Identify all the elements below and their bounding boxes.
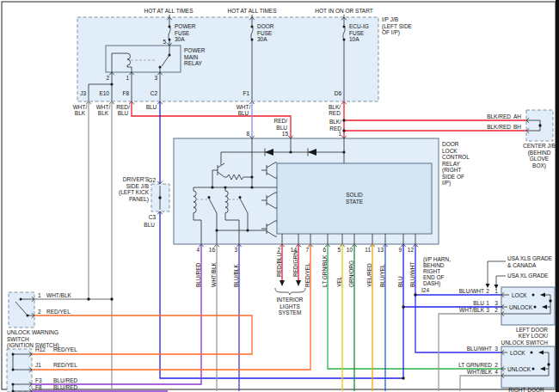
center-jb-label: CENTER J/B	[523, 143, 556, 149]
ip-jb-note: I/P J/B	[382, 16, 398, 22]
connector-i24: I24	[421, 287, 429, 293]
relay-label: LOCK	[442, 148, 458, 154]
wire-label-rot: LT GRN/BLK	[322, 254, 328, 287]
wire-label: BLU	[118, 110, 129, 116]
connector-f1: F1	[243, 90, 249, 96]
uws-box	[9, 292, 34, 328]
pin-number: 1	[494, 288, 498, 294]
pin-bh: BH	[513, 124, 521, 130]
wire-label: BLU/WHT	[467, 346, 492, 352]
wire-label: BLK/RED	[487, 124, 511, 130]
right-door-switch-label: RIGHT DOOR	[508, 387, 544, 392]
door-fuse-label: FUSE	[257, 30, 273, 36]
unlock-label: UNLOCK	[509, 304, 533, 310]
harn-label: RIGHT	[423, 268, 440, 274]
door-fuse-label: 30A	[257, 36, 267, 42]
harn-label: END OF	[423, 274, 445, 280]
pin-number: 2	[38, 309, 41, 315]
pmr-pin3: 3	[154, 75, 157, 81]
grade-label: & CANADA	[507, 262, 537, 268]
wire-label: BLK/	[329, 104, 341, 110]
pin-number: 2	[494, 362, 498, 368]
pmr-pin2: 2	[106, 75, 109, 81]
wire-label-blkred: BLK/	[329, 119, 341, 125]
pmr-label: POWER	[184, 47, 206, 53]
relay-label: CONTROL	[442, 154, 470, 160]
power-fuse-label: 30A	[175, 36, 185, 42]
ecu-ig-fuse-label: ECU-IG	[349, 23, 369, 29]
feed-label-hot1: HOT AT ALL TIMES	[144, 8, 194, 14]
pin-number: 13	[378, 247, 384, 253]
connector-f3: F3	[35, 377, 42, 383]
ecu-ig-fuse-label: FUSE	[349, 30, 365, 36]
connector-f8: F8	[122, 90, 129, 96]
wire-label: LT GRN/RED	[458, 362, 492, 368]
wire-label: BLK	[98, 110, 109, 116]
wire-label-rot: RED/YEL	[304, 263, 310, 287]
ecu-ig-fuse-label: 10A	[349, 36, 359, 42]
relay-label: DOOR	[442, 141, 459, 147]
wire-label-rot: BLU/BLK	[233, 264, 239, 287]
relay-label: SIDE OF	[442, 174, 464, 180]
door-fuse-label: DOOR	[257, 23, 274, 29]
connector-d6: D6	[335, 90, 342, 96]
page-edge-bar	[556, 0, 559, 392]
wire-label: WHT/BLK	[467, 369, 493, 375]
wire-label: BLU/RED	[53, 384, 77, 390]
relay-pin15: 15	[282, 131, 289, 137]
pin-number: 7	[305, 247, 309, 253]
wire-label: BLU/WHT	[459, 288, 484, 294]
pin-number: 11	[365, 247, 371, 253]
wire-label-rot: BLU/YEL	[379, 264, 385, 287]
wire-label: WHT/BLK	[46, 292, 72, 298]
pin-number: 12	[408, 247, 415, 253]
pin-number: 9	[398, 247, 402, 253]
pmr-label: RELAY	[184, 60, 202, 66]
relay-label: RELAY	[442, 161, 460, 167]
connector-g2: G2	[148, 177, 156, 183]
pmr-pin5: 5	[163, 39, 166, 45]
wire-label: RED	[329, 110, 341, 116]
wire-label-rot: BLU/RED	[195, 263, 201, 287]
left-door-switch-label: KEY LOCK/	[519, 333, 548, 339]
connector-h12: H12	[35, 346, 46, 352]
center-jb-label: GLOVE	[530, 156, 550, 162]
relay-pin1: 1	[338, 131, 341, 137]
drivers-jb-label: SIDE J/B	[126, 183, 149, 189]
ils-label: INTERIOR	[276, 297, 303, 303]
lock-label: LOCK	[510, 350, 525, 356]
grade-label: USA XLS GRADE	[507, 255, 553, 261]
wire-label: RED/YEL	[53, 346, 77, 352]
lljb-box	[7, 349, 32, 392]
pin-number: 2	[494, 307, 498, 313]
wire-label-rot: YEL/RED	[366, 263, 372, 287]
pin-number: 4	[196, 247, 200, 253]
wire-label-rot: YEL	[336, 276, 342, 287]
wire-label: WHT/BLK	[459, 307, 485, 313]
wire-label-redblu: RED/	[273, 118, 287, 124]
connector-c3: C3	[149, 214, 157, 220]
ils-label: SYSTEM	[279, 309, 302, 315]
uws-label: UNLOCK WARNING	[7, 329, 58, 335]
wire-label: BLK	[75, 110, 86, 116]
relay-pin8: 8	[246, 131, 249, 137]
pin-number: 5	[337, 247, 341, 253]
wire-label-rot: GRN/ORG	[348, 260, 354, 287]
wire-label: RED/YEL	[53, 362, 77, 368]
pin-number: 2	[486, 288, 489, 294]
lock-label: LOCK	[512, 292, 527, 298]
connector-e10: E10	[99, 90, 109, 96]
pin-number: 16	[209, 247, 216, 253]
wire-label-blu: BLU	[144, 222, 155, 228]
drivers-jb-label: PANEL)	[129, 196, 149, 203]
pin-ah: AH	[513, 113, 521, 119]
pin-number: 3	[486, 307, 489, 313]
pin-number: 10	[347, 247, 353, 253]
uws-label: SWITCH	[7, 336, 29, 342]
wire-label: BLK/RED	[487, 113, 511, 119]
wire-label-rot: BLU/WHT	[409, 262, 415, 287]
left-door-switch-label: LEFT DOOR	[516, 327, 548, 333]
wire-label: WHT/	[236, 104, 251, 110]
wire-label: BLU/RED	[53, 377, 77, 383]
pin-number: 1	[38, 292, 41, 298]
